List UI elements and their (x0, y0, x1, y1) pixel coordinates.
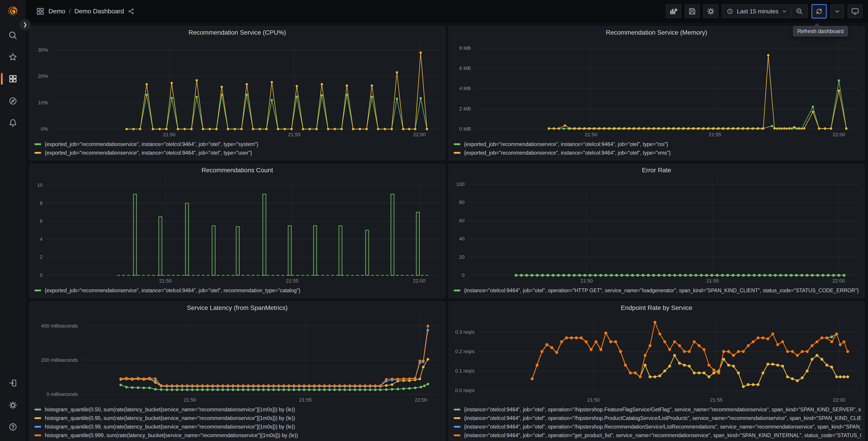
legend-swatch (454, 409, 461, 410)
svg-text:21:50: 21:50 (159, 278, 172, 284)
legend-swatch (454, 290, 461, 291)
legend-swatch (454, 426, 461, 428)
recommendations-count-legend: {exported_job="recommendationservice", i… (30, 285, 445, 297)
panel-recommendation-memory: Recommendation Service (Memory) 0 MB2 MB… (449, 26, 864, 160)
chevron-down-icon (781, 9, 787, 14)
svg-text:0 MB: 0 MB (459, 126, 471, 132)
svg-text:10%: 10% (38, 100, 48, 106)
svg-text:0 milliseconds: 0 milliseconds (46, 391, 78, 397)
endpoint-rate-chart[interactable]: 0.0 req/s0.1 req/s0.2 req/s0.3 req/s21:5… (449, 314, 864, 404)
legend-item[interactable]: {instance="otelcol:9464", job="otel", op… (454, 414, 861, 422)
grafana-app: Demo / Demo Dashboard (0, 0, 868, 441)
legend-label: histogram_quantile(0.50, sum(rate(latenc… (45, 407, 295, 413)
refresh-interval-dropdown[interactable] (831, 4, 844, 18)
svg-text:21:50: 21:50 (580, 278, 593, 284)
legend-item[interactable]: {exported_job="recommendationservice", i… (34, 148, 442, 157)
dashboard-settings-button[interactable] (703, 4, 718, 18)
refresh-dashboard-button[interactable] (811, 4, 827, 19)
svg-text:22:00: 22:00 (833, 132, 845, 138)
svg-text:4 MB: 4 MB (459, 86, 471, 91)
svg-text:21:50: 21:50 (163, 132, 175, 138)
svg-text:40: 40 (459, 236, 465, 241)
sidebar-item-help[interactable] (0, 419, 26, 435)
memory-chart[interactable]: 0 MB2 MB4 MB6 MB8 MB21:5021:5522:00 (449, 38, 864, 139)
share-icon[interactable] (128, 8, 135, 15)
legend-item[interactable]: histogram_quantile(0.95, sum(rate(latenc… (34, 414, 442, 422)
panel-service-latency: Service Latency (from SpanMetrics) 0 mil… (29, 301, 445, 441)
grafana-logo[interactable] (0, 3, 26, 20)
legend-item[interactable]: {exported_job="recommendationservice", i… (34, 140, 442, 148)
sidebar-item-explore[interactable] (0, 93, 26, 109)
svg-text:21:55: 21:55 (709, 132, 721, 138)
sidebar-item-dashboards[interactable] (0, 70, 26, 87)
clock-icon (726, 8, 734, 15)
sidebar-item-sign-in[interactable] (0, 375, 26, 391)
time-range-label: Last 15 minutes (737, 8, 778, 15)
legend-item[interactable]: histogram_quantile(0.99, sum(rate(latenc… (34, 422, 442, 431)
svg-text:400 milliseconds: 400 milliseconds (41, 323, 78, 329)
sidebar-item-alerting[interactable] (0, 115, 26, 131)
breadcrumb: Demo / Demo Dashboard (36, 7, 135, 16)
kiosk-mode-button[interactable] (848, 4, 863, 18)
panel-title[interactable]: Error Rate (449, 164, 864, 176)
breadcrumb-page[interactable]: Demo Dashboard (74, 8, 124, 15)
legend-item[interactable]: {instance="otelcol:9464", job="otel", op… (454, 431, 861, 440)
svg-text:21:55: 21:55 (288, 132, 301, 138)
svg-text:0.3 req/s: 0.3 req/s (455, 329, 474, 335)
zoom-out-button[interactable] (791, 5, 807, 18)
panel-title[interactable]: Recommendation Service (CPU%) (30, 27, 445, 38)
error-rate-chart[interactable]: 02040608010021:5021:5522:00 (449, 176, 864, 285)
legend-item[interactable]: histogram_quantile(0.999, sum(rate(laten… (34, 431, 442, 440)
nav-sidebar: ❯ (0, 0, 26, 441)
legend-label: histogram_quantile(0.95, sum(rate(latenc… (45, 415, 295, 421)
legend-label: histogram_quantile(0.999, sum(rate(laten… (45, 432, 298, 439)
svg-text:2: 2 (40, 254, 42, 260)
svg-text:22:00: 22:00 (413, 278, 425, 284)
svg-text:21:50: 21:50 (587, 397, 600, 403)
sidebar-item-starred[interactable] (0, 49, 26, 65)
legend-label: {exported_job="recommendationservice", i… (464, 141, 668, 147)
legend-item[interactable]: histogram_quantile(0.50, sum(rate(latenc… (34, 405, 442, 414)
legend-swatch (454, 152, 461, 154)
save-dashboard-button[interactable] (685, 4, 700, 18)
panel-recommendations-count: Recommendations Count 024681021:5021:552… (29, 164, 445, 298)
panel-title[interactable]: Recommendations Count (30, 164, 445, 176)
panel-title[interactable]: Service Latency (from SpanMetrics) (30, 302, 445, 314)
legend-item[interactable]: {exported_job="recommendationservice", i… (34, 286, 442, 295)
cpu-legend: {exported_job="recommendationservice", i… (30, 139, 445, 160)
legend-swatch (34, 290, 41, 291)
svg-text:10: 10 (37, 182, 42, 188)
panel-title[interactable]: Endpoint Rate by Service (449, 302, 864, 314)
recommendations-count-chart[interactable]: 024681021:5021:5522:00 (30, 176, 445, 285)
time-range-picker[interactable]: Last 15 minutes (722, 5, 791, 18)
service-latency-legend: histogram_quantile(0.50, sum(rate(latenc… (30, 404, 445, 441)
legend-item[interactable]: {exported_job="recommendationservice", i… (454, 148, 861, 157)
cpu-chart[interactable]: 0%10%20%30%21:5021:5522:00 (30, 38, 445, 139)
breadcrumb-section[interactable]: Demo (49, 8, 65, 15)
svg-text:4: 4 (40, 236, 42, 242)
legend-label: {exported_job="recommendationservice", i… (45, 141, 258, 147)
svg-text:8 MB: 8 MB (459, 45, 471, 51)
breadcrumb-separator: / (69, 8, 71, 15)
svg-text:30%: 30% (38, 47, 48, 53)
legend-swatch (34, 152, 41, 154)
svg-text:22:00: 22:00 (832, 278, 845, 284)
legend-item[interactable]: {instance="otelcol:9464", job="otel", op… (454, 286, 861, 295)
service-latency-chart[interactable]: 0 milliseconds200 milliseconds400 millis… (30, 314, 445, 404)
sidebar-expand-button[interactable]: ❯ (20, 20, 30, 30)
error-rate-legend: {instance="otelcol:9464", job="otel", op… (449, 285, 864, 297)
sidebar-item-settings[interactable] (0, 397, 26, 413)
svg-text:0: 0 (40, 272, 42, 278)
svg-text:0.2 req/s: 0.2 req/s (455, 349, 474, 354)
sidebar-item-search[interactable] (0, 27, 26, 43)
legend-label: {exported_job="recommendationservice", i… (45, 288, 300, 294)
legend-label: {instance="otelcol:9464", job="otel", op… (464, 415, 861, 421)
legend-item[interactable]: {exported_job="recommendationservice", i… (454, 140, 861, 148)
legend-item[interactable]: {instance="otelcol:9464", job="otel", op… (454, 422, 861, 431)
apps-grid-icon[interactable] (36, 7, 45, 16)
add-panel-button[interactable] (666, 4, 681, 18)
svg-text:20: 20 (459, 254, 465, 260)
legend-item[interactable]: {instance="otelcol:9464", job="otel", op… (454, 405, 861, 414)
svg-text:6 MB: 6 MB (459, 65, 471, 71)
svg-text:22:00: 22:00 (413, 132, 426, 138)
